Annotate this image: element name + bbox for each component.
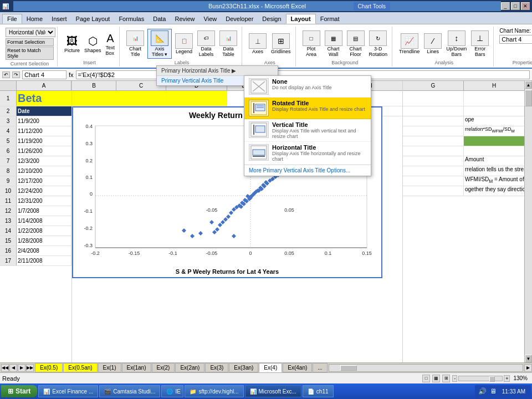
scroll-track[interactable] [525, 89, 532, 355]
sheet-tab-ex4[interactable]: Ex(4) [259, 363, 282, 372]
data-labels-btn[interactable]: 🏷 DataLabels [196, 29, 216, 58]
cell-date[interactable]: 11/12/200 [17, 126, 71, 136]
sheet-tab-ex3an[interactable]: Ex(3an) [229, 363, 258, 372]
tray-icon-1[interactable]: 🔊 [478, 387, 487, 395]
sheet-nav-last[interactable]: ▶▶ [26, 364, 34, 372]
cell-date[interactable]: 1/14/2008 [17, 216, 71, 226]
sheet-tab-more[interactable]: ... [313, 363, 327, 372]
chart-element-selector[interactable]: Horizontal (Value) Axis [6, 28, 55, 37]
error-bars-btn[interactable]: ⊥ ErrorBars [470, 29, 490, 58]
sheet-tab-ex3[interactable]: Ex(3) [205, 363, 228, 372]
cell-date[interactable]: 12/3/200 [17, 156, 71, 166]
taskbar-item-excel-finance[interactable]: 📊Excel Finance ... [38, 385, 98, 397]
zoom-slider[interactable] [458, 376, 503, 381]
page-break-view-btn[interactable]: ⊞ [442, 375, 450, 382]
tab-developer[interactable]: Developer [221, 14, 258, 24]
data-table-btn[interactable]: 📊 DataTable [218, 29, 238, 58]
sheet-tab-ex05an[interactable]: Ex(0.5an) [63, 363, 97, 372]
sheet-tab-ex05[interactable]: Ex(0.5) [35, 363, 63, 372]
cell-date[interactable]: 11/19/200 [17, 136, 71, 146]
submenu-item-none[interactable]: None Do not display an Axis Title [244, 76, 371, 98]
redo-btn[interactable]: ↷ [12, 71, 20, 78]
sheet-tab-ex1an[interactable]: Ex(1an) [122, 363, 151, 372]
cell-date[interactable]: 12/17/200 [17, 176, 71, 186]
tab-review[interactable]: Review [170, 14, 199, 24]
up-down-bars-btn[interactable]: ↕ Up/DownBars [445, 29, 468, 58]
trendline-btn[interactable]: 📈 Trendline [398, 32, 421, 55]
cell-date[interactable]: 1/28/2008 [17, 236, 71, 245]
plot-area-btn[interactable]: □ PlotArea [301, 29, 321, 58]
tab-data[interactable]: Data [149, 14, 170, 24]
vertical-scrollbar[interactable]: ▲ ▼ [524, 81, 532, 362]
taskbar-item-excel-active[interactable]: 📊Microsoft Exc... [245, 385, 301, 397]
cell-date[interactable]: 11/26/200 [17, 146, 71, 156]
tab-format[interactable]: Format [316, 14, 344, 24]
chart-floor-btn[interactable]: ▤ ChartFloor [346, 29, 366, 58]
maximize-btn[interactable]: □ [511, 2, 520, 10]
zoom-in-btn[interactable]: + [504, 375, 510, 382]
vertical-axis-submenu[interactable]: None Do not display an Axis Title [244, 75, 371, 176]
submenu-item-rotated[interactable]: Rotated Title Display Rotated Axis Title… [244, 98, 371, 119]
cell-date[interactable]: 12/10/200 [17, 166, 71, 176]
cell-a2[interactable]: Date [17, 106, 71, 116]
window-controls[interactable]: _ □ ✕ [501, 2, 530, 10]
cell-date[interactable]: 12/24/200 [17, 186, 71, 196]
taskbar-item-sftp[interactable]: 📁sftp://dev.highl... [185, 385, 243, 397]
start-button[interactable]: ⊞ Start [1, 385, 37, 397]
cell-h5-green[interactable] [464, 136, 524, 146]
sheet-nav-next[interactable]: ▶ [18, 364, 25, 372]
text-box-btn[interactable]: A TextBox [105, 31, 116, 57]
cell-date[interactable]: 2/4/2008 [17, 246, 71, 255]
picture-btn[interactable]: 🖼 Picture [63, 34, 81, 54]
shapes-btn[interactable]: ⬡ Shapes [83, 33, 103, 54]
sheet-nav-prev[interactable]: ◀ [9, 364, 17, 372]
page-layout-view-btn[interactable]: ▦ [432, 375, 440, 382]
undo-btn[interactable]: ↶ [2, 71, 10, 78]
cell-date[interactable]: 1/7/2008 [17, 206, 71, 216]
tab-layout[interactable]: Layout [286, 14, 316, 24]
taskbar-item-ch11[interactable]: 📄ch11 [303, 385, 334, 397]
gridlines-btn[interactable]: ⊞ Gridlines [270, 32, 292, 55]
sheet-nav-first[interactable]: ◀◀ [1, 364, 9, 372]
taskbar-item-ie[interactable]: 🌐IE [161, 385, 183, 397]
zoom-slider-thumb[interactable] [489, 376, 495, 382]
tab-file[interactable]: File [2, 14, 22, 24]
tab-design[interactable]: Design [258, 14, 285, 24]
format-selection-btn[interactable]: Format Selection [6, 38, 54, 46]
taskbar-item-camtasia[interactable]: 🎬Camtasia Studi... [99, 385, 160, 397]
more-options-link[interactable]: More Primary Vertical Axis Title Options… [244, 165, 371, 176]
cell-date[interactable]: 12/31/200 [17, 196, 71, 206]
scroll-down-btn[interactable]: ▼ [525, 355, 532, 362]
name-box[interactable] [22, 70, 66, 79]
sheet-tab-ex2an[interactable]: Ex(2an) [175, 363, 204, 372]
chart-wall-btn[interactable]: ▦ ChartWall [324, 29, 344, 58]
tray-icon-2[interactable]: 🖥 [490, 387, 497, 395]
tab-view[interactable]: View [200, 14, 222, 24]
normal-view-btn[interactable]: □ [422, 375, 430, 382]
minimize-btn[interactable]: _ [501, 2, 510, 10]
tab-page-layout[interactable]: Page Layout [71, 14, 115, 24]
chart-title-btn[interactable]: 📊 ChartTitle [125, 29, 145, 58]
chart-name-input[interactable] [499, 35, 532, 44]
scroll-thumb[interactable] [525, 90, 532, 106]
sheet-tab-ex4an[interactable]: Ex(4an) [283, 363, 312, 372]
legend-btn[interactable]: 📋 Legend [174, 32, 194, 55]
axes-btn[interactable]: ⟂ Axes [248, 32, 268, 55]
zoom-out-btn[interactable]: - [452, 375, 457, 382]
submenu-item-vertical[interactable]: Vertical Title Display Axis Title with v… [244, 119, 371, 142]
cell-date[interactable]: 11/9/200 [17, 116, 71, 126]
sheet-tab-ex1[interactable]: Ex(1) [98, 363, 121, 372]
3d-rotation-btn[interactable]: ↻ 3-DRotation [368, 29, 389, 58]
scroll-up-btn[interactable]: ▲ [525, 81, 532, 89]
tab-formulas[interactable]: Formulas [114, 14, 149, 24]
cell-date[interactable]: 1/22/2008 [17, 226, 71, 236]
cell-date[interactable]: 2/11/2008 [17, 256, 71, 265]
submenu-item-horizontal[interactable]: Horizontal Title Display Axis Title hori… [244, 142, 371, 165]
axis-titles-btn[interactable]: 📐 AxisTitles ▾ [147, 29, 172, 59]
h-scroll-thumb[interactable] [340, 365, 357, 371]
sheet-tab-ex2[interactable]: Ex(2) [152, 363, 175, 372]
tab-insert[interactable]: Insert [47, 14, 71, 24]
cell-a1[interactable]: Beta [17, 91, 71, 106]
h-scroll-right[interactable]: ▶ [524, 364, 532, 372]
lines-btn[interactable]: ⁄ Lines [423, 32, 443, 55]
